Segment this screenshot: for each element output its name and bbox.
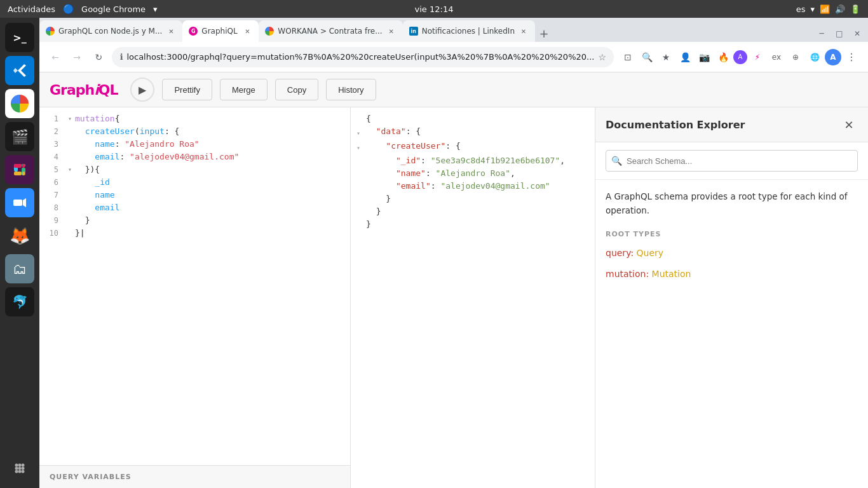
zoom-lens-icon[interactable]: 🔍 xyxy=(638,48,656,66)
lang-label: es xyxy=(796,4,806,14)
graphiql-logo: GraphiQL xyxy=(50,82,118,98)
fold-arrow-1[interactable]: ▾ xyxy=(65,112,75,125)
svg-point-13 xyxy=(18,464,22,467)
fire-icon[interactable]: 🔥 xyxy=(714,48,732,66)
back-button: ← xyxy=(47,48,64,66)
fold-arrow-5[interactable]: ▾ xyxy=(65,163,75,176)
tab-graphql-nodejs[interactable]: GraphQL con Node.js y M... ✕ xyxy=(39,20,182,42)
doc-explorer-close-button[interactable]: ✕ xyxy=(840,116,858,133)
files-icon[interactable]: 🗂 xyxy=(5,254,34,283)
tab2-title: GraphiQL xyxy=(201,27,238,36)
code-line-3: 3 name: "Alejandro Roa" xyxy=(39,138,350,151)
svg-point-18 xyxy=(15,470,18,473)
time-label: vie 12:14 xyxy=(415,4,454,14)
result-fold-2[interactable]: ▾ xyxy=(351,125,366,140)
code-line-1: 1 ▾ mutation{ xyxy=(39,112,350,125)
result-line-7: } xyxy=(351,193,595,205)
mutation-type-link[interactable]: Mutation xyxy=(652,269,691,279)
apps-grid-button[interactable] xyxy=(5,454,34,483)
cast-icon[interactable]: ⊡ xyxy=(619,48,637,66)
slack-icon[interactable] xyxy=(5,155,34,184)
window-controls: ─ □ ✕ xyxy=(813,25,868,42)
url-bar[interactable]: ℹ localhost:3000/graphql?query=mutation%… xyxy=(112,47,614,67)
activities-label[interactable]: Actividades xyxy=(8,4,55,14)
history-button[interactable]: History xyxy=(326,79,376,100)
ext4-icon[interactable]: ⊕ xyxy=(787,48,804,66)
tab-bar: GraphQL con Node.js y M... ✕ G GraphiQL … xyxy=(39,18,868,42)
maximize-button[interactable]: □ xyxy=(831,25,848,42)
ext3-icon[interactable]: ex xyxy=(768,48,785,66)
query-editor[interactable]: 1 ▾ mutation{ 2 createUser(input: { 3 xyxy=(39,107,350,465)
zoom-icon[interactable] xyxy=(5,188,34,217)
code-line-4: 4 email: "alejodev04@gmail.com" xyxy=(39,151,350,163)
mutation-type-row: mutation: Mutation xyxy=(606,267,858,281)
tab-workana[interactable]: WORKANA > Contrata fre... ✕ xyxy=(259,20,402,42)
query-variables-bar[interactable]: QUERY VARIABLES xyxy=(39,465,350,488)
ext5-icon[interactable]: 🌐 xyxy=(806,48,824,66)
result-fold-3[interactable]: ▾ xyxy=(351,140,366,154)
result-panel: { ▾ "data": { ▾ "createUser": { xyxy=(351,107,595,488)
bookmark-icon[interactable]: ☆ xyxy=(598,52,606,62)
tab-linkedin[interactable]: in Notificaciones | LinkedIn ✕ xyxy=(403,20,535,42)
svg-point-15 xyxy=(15,467,18,470)
clapper-icon[interactable]: 🎬 xyxy=(5,122,34,151)
merge-button[interactable]: Merge xyxy=(220,79,268,100)
tab1-close-button[interactable]: ✕ xyxy=(166,26,176,36)
svg-rect-6 xyxy=(14,172,22,175)
svg-rect-9 xyxy=(22,164,25,168)
terminal-icon[interactable]: >_ xyxy=(5,23,34,52)
graphiql-toolbar: GraphiQL ▶ Prettify Merge Copy History xyxy=(39,72,868,107)
profile-avatar[interactable]: A xyxy=(825,49,841,65)
query-type-link[interactable]: Query xyxy=(637,248,664,258)
code-line-6: 6 _id xyxy=(39,176,350,189)
lang-dropdown-icon[interactable]: ▾ xyxy=(810,4,815,14)
doc-explorer-header: Documentation Explorer ✕ xyxy=(595,107,868,142)
mysql-icon[interactable]: 🐬 xyxy=(5,287,34,316)
svg-point-12 xyxy=(15,464,18,467)
doc-content: A GraphQL schema provides a root type fo… xyxy=(595,180,868,488)
doc-description: A GraphQL schema provides a root type fo… xyxy=(606,190,858,217)
account-icon[interactable]: 👤 xyxy=(676,48,694,66)
doc-search-wrapper: 🔍 xyxy=(606,150,858,172)
tab3-title: WORKANA > Contrata fre... xyxy=(278,27,382,36)
chrome-icon-small: 🔵 xyxy=(63,4,74,14)
bookmark-star-icon[interactable]: ★ xyxy=(657,48,675,66)
tab4-title: Notificaciones | LinkedIn xyxy=(422,27,515,36)
result-line-5: "name": "Alejandro Roa", xyxy=(351,167,595,180)
query-variables-label: QUERY VARIABLES xyxy=(50,473,132,481)
tab4-favicon: in xyxy=(409,27,418,36)
tab2-close-button[interactable]: ✕ xyxy=(242,26,252,36)
tab-graphiql[interactable]: G GraphiQL ✕ xyxy=(182,20,259,42)
firefox-icon[interactable]: 🦊 xyxy=(5,221,34,250)
menu-icon[interactable]: ⋮ xyxy=(843,48,860,66)
tab3-favicon xyxy=(265,27,274,36)
result-editor: { ▾ "data": { ▾ "createUser": { xyxy=(351,107,595,488)
reload-button[interactable]: ↻ xyxy=(90,48,107,66)
minimize-button[interactable]: ─ xyxy=(813,25,830,42)
schema-search-input[interactable] xyxy=(606,150,858,172)
result-line-6: "email": "alejodev04@gmail.com" xyxy=(351,180,595,193)
ext1-icon[interactable]: A xyxy=(733,50,747,64)
doc-explorer: Documentation Explorer ✕ 🔍 A GraphQL sch… xyxy=(595,107,868,488)
result-line-4: "_id": "5ee3a9c8d4f1b921e6be6107", xyxy=(351,154,595,167)
ext2-icon[interactable]: ⚡ xyxy=(749,48,766,66)
new-tab-button[interactable]: + xyxy=(535,24,553,42)
os-topbar-left: Actividades 🔵 Google Chrome ▾ xyxy=(8,4,158,14)
vscode-icon[interactable] xyxy=(5,56,34,85)
chrome-app-icon[interactable] xyxy=(5,89,34,118)
tab3-close-button[interactable]: ✕ xyxy=(386,26,397,36)
result-line-8: } xyxy=(351,205,595,218)
svg-point-19 xyxy=(18,470,22,473)
close-window-button[interactable]: ✕ xyxy=(849,25,865,42)
battery-icon: 🔋 xyxy=(850,4,860,14)
prettify-button[interactable]: Prettify xyxy=(162,79,212,100)
query-type-row: query: Query xyxy=(606,246,858,260)
address-bar: ← → ↻ ℹ localhost:3000/graphql?query=mut… xyxy=(39,42,868,72)
camera-icon[interactable]: 📷 xyxy=(695,48,713,66)
extension-icons: ⊡ 🔍 ★ 👤 📷 🔥 A ⚡ ex ⊕ 🌐 A ⋮ xyxy=(619,48,860,66)
tab4-close-button[interactable]: ✕ xyxy=(519,26,529,36)
doc-explorer-title: Documentation Explorer xyxy=(606,119,745,131)
run-query-button[interactable]: ▶ xyxy=(130,78,154,102)
copy-button[interactable]: Copy xyxy=(275,79,318,100)
result-line-2: ▾ "data": { xyxy=(351,125,595,140)
